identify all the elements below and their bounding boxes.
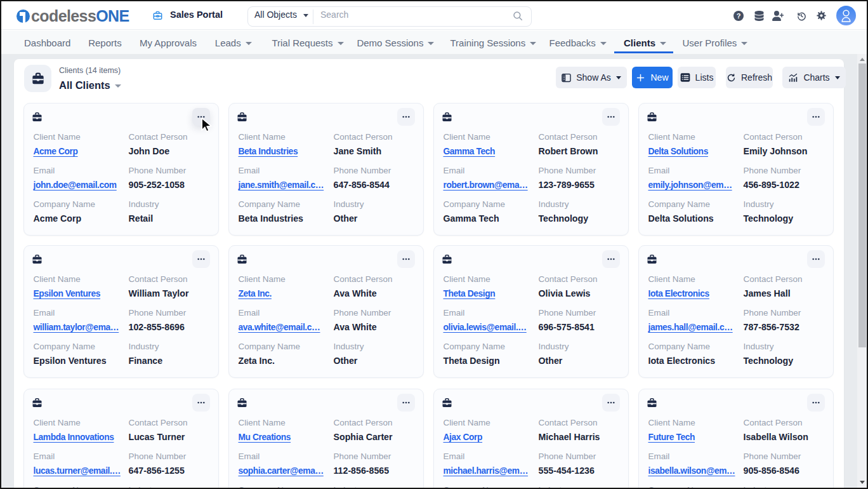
svg-text:?: ?: [737, 12, 741, 20]
